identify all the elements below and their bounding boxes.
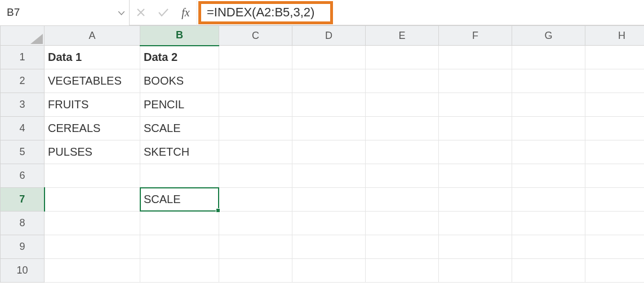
row-header-4[interactable]: 4 xyxy=(1,117,45,140)
enter-formula-button[interactable] xyxy=(152,0,175,25)
cell-C8[interactable] xyxy=(219,212,292,235)
row-header-1[interactable]: 1 xyxy=(1,46,45,69)
fx-button[interactable]: fx xyxy=(175,0,197,25)
cell-C3[interactable] xyxy=(219,93,292,117)
cell-E3[interactable] xyxy=(366,93,439,117)
cell-F3[interactable] xyxy=(439,93,512,117)
cell-A7[interactable] xyxy=(45,188,140,212)
cell-F2[interactable] xyxy=(439,69,512,93)
cell-C4[interactable] xyxy=(219,117,292,140)
cell-B3[interactable]: PENCIL xyxy=(140,93,219,117)
cell-C2[interactable] xyxy=(219,69,292,93)
cell-A2[interactable]: VEGETABLES xyxy=(45,69,140,93)
cell-B4[interactable]: SCALE xyxy=(140,117,219,140)
cell-D1[interactable] xyxy=(292,46,366,69)
cell-E4[interactable] xyxy=(366,117,439,140)
row-header-10[interactable]: 10 xyxy=(1,259,45,283)
cell-C7[interactable] xyxy=(219,188,292,212)
cell-C5[interactable] xyxy=(219,140,292,164)
cell-C1[interactable] xyxy=(219,46,292,69)
cell-G3[interactable] xyxy=(512,93,585,117)
cell-F6[interactable] xyxy=(439,164,512,188)
cell-E10[interactable] xyxy=(366,259,439,283)
cell-F5[interactable] xyxy=(439,140,512,164)
cell-D6[interactable] xyxy=(292,164,366,188)
cell-H8[interactable] xyxy=(585,212,645,235)
cell-E9[interactable] xyxy=(366,235,439,259)
cell-C6[interactable] xyxy=(219,164,292,188)
cell-H4[interactable] xyxy=(585,117,645,140)
cell-E2[interactable] xyxy=(366,69,439,93)
row-header-7[interactable]: 7 xyxy=(1,188,45,212)
cell-B2[interactable]: BOOKS xyxy=(140,69,219,93)
row-header-6[interactable]: 6 xyxy=(1,164,45,188)
cell-G9[interactable] xyxy=(512,235,585,259)
cell-D7[interactable] xyxy=(292,188,366,212)
cell-H5[interactable] xyxy=(585,140,645,164)
cell-G4[interactable] xyxy=(512,117,585,140)
cell-A6[interactable] xyxy=(45,164,140,188)
cell-G1[interactable] xyxy=(512,46,585,69)
column-header-B[interactable]: B xyxy=(140,26,219,46)
cell-B8[interactable] xyxy=(140,212,219,235)
cell-F8[interactable] xyxy=(439,212,512,235)
cell-E8[interactable] xyxy=(366,212,439,235)
cell-C9[interactable] xyxy=(219,235,292,259)
cell-H1[interactable] xyxy=(585,46,645,69)
cell-H9[interactable] xyxy=(585,235,645,259)
row-header-9[interactable]: 9 xyxy=(1,235,45,259)
column-header-G[interactable]: G xyxy=(512,26,585,46)
formula-input[interactable]: =INDEX(A2:B5,3,2) =INDEX(A2:B5,3,2) xyxy=(197,0,644,25)
cell-F1[interactable] xyxy=(439,46,512,69)
cell-E5[interactable] xyxy=(366,140,439,164)
cell-E6[interactable] xyxy=(366,164,439,188)
cell-D4[interactable] xyxy=(292,117,366,140)
cell-D2[interactable] xyxy=(292,69,366,93)
cell-B9[interactable] xyxy=(140,235,219,259)
row-header-8[interactable]: 8 xyxy=(1,212,45,235)
cell-B7[interactable]: SCALE xyxy=(140,188,219,212)
cell-G7[interactable] xyxy=(512,188,585,212)
cell-A4[interactable]: CEREALS xyxy=(45,117,140,140)
cell-D10[interactable] xyxy=(292,259,366,283)
cell-D5[interactable] xyxy=(292,140,366,164)
cell-H6[interactable] xyxy=(585,164,645,188)
cell-G2[interactable] xyxy=(512,69,585,93)
cell-B10[interactable] xyxy=(140,259,219,283)
select-all-corner[interactable] xyxy=(1,26,45,46)
cell-D9[interactable] xyxy=(292,235,366,259)
cell-H10[interactable] xyxy=(585,259,645,283)
cell-G6[interactable] xyxy=(512,164,585,188)
cancel-formula-button[interactable] xyxy=(130,0,152,25)
cell-G8[interactable] xyxy=(512,212,585,235)
cell-E7[interactable] xyxy=(366,188,439,212)
column-header-C[interactable]: C xyxy=(219,26,292,46)
cell-B6[interactable] xyxy=(140,164,219,188)
row-header-3[interactable]: 3 xyxy=(1,93,45,117)
cell-G5[interactable] xyxy=(512,140,585,164)
cell-B5[interactable]: SKETCH xyxy=(140,140,219,164)
row-header-5[interactable]: 5 xyxy=(1,140,45,164)
cell-C10[interactable] xyxy=(219,259,292,283)
cell-E1[interactable] xyxy=(366,46,439,69)
cell-H3[interactable] xyxy=(585,93,645,117)
cell-A9[interactable] xyxy=(45,235,140,259)
cell-D3[interactable] xyxy=(292,93,366,117)
cell-A1[interactable]: Data 1 xyxy=(45,46,140,69)
column-header-A[interactable]: A xyxy=(45,26,140,46)
cell-F4[interactable] xyxy=(439,117,512,140)
cell-H7[interactable] xyxy=(585,188,645,212)
cell-A10[interactable] xyxy=(45,259,140,283)
cell-D8[interactable] xyxy=(292,212,366,235)
spreadsheet-grid[interactable]: ABCDEFGH 1Data 1Data 22VEGETABLESBOOKS3F… xyxy=(0,25,644,283)
cell-A5[interactable]: PULSES xyxy=(45,140,140,164)
cell-G10[interactable] xyxy=(512,259,585,283)
cell-H2[interactable] xyxy=(585,69,645,93)
chevron-down-icon[interactable] xyxy=(118,8,125,17)
cell-F9[interactable] xyxy=(439,235,512,259)
column-header-F[interactable]: F xyxy=(439,26,512,46)
column-header-H[interactable]: H xyxy=(585,26,645,46)
cell-F7[interactable] xyxy=(439,188,512,212)
column-header-D[interactable]: D xyxy=(292,26,366,46)
name-box[interactable]: B7 xyxy=(0,0,130,25)
